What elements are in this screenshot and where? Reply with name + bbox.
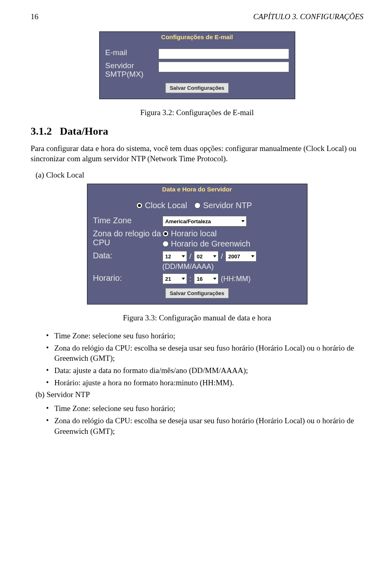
radio-horario-greenwich[interactable]: Horario de Greenwich [163,239,251,249]
email-label: E-mail [105,49,158,57]
bullet-time: Horário: ajuste a hora no formato hora:m… [54,378,363,388]
section-heading: 3.1.2 Data/Hora [31,125,363,138]
bullet-cpu-zone: Zona do relógio da CPU: escolha se desej… [54,415,363,436]
panel-title: Data e Hora do Servidor [87,184,307,194]
radio-dot-icon [163,241,169,247]
radio-dot-icon [163,231,169,237]
radio-horario-local[interactable]: Horario local [163,229,251,238]
panel-title: Configurações de E-mail [100,32,295,42]
radio-dot-icon [136,202,143,209]
save-button[interactable]: Salvar Configurações [165,288,229,298]
time-hour-select[interactable]: 21 [163,273,187,284]
timezone-select[interactable]: America/Fortaleza [163,216,247,227]
figure-caption-32: Figura 3.2: Configurações de E-mail [31,108,363,117]
bullet-date: Data: ajuste a data no formato dia/mês/a… [54,365,363,376]
section-paragraph: Para configurar data e hora do sistema, … [31,143,363,164]
time-format-hint: (HH:MM) [221,275,251,283]
figure-caption-33: Figura 3.3: Configuração manual de data … [31,313,363,322]
time-minute-select[interactable]: 16 [194,273,218,284]
bullet-cpu-zone: Zona do relógio da CPU: escolha se desej… [54,343,363,364]
date-label: Data: [93,251,163,260]
datetime-panel: Data e Hora do Servidor Clock Local Serv… [87,184,307,304]
radio-servidor-ntp[interactable]: Servidor NTP [194,201,252,210]
list-item-a: (a) Clock Local [36,171,363,180]
date-month-select[interactable]: 02 [194,251,218,262]
radio-clock-local[interactable]: Clock Local [136,201,187,210]
timezone-label: Time Zone [93,216,163,225]
list-item-b: (b) Servidor NTP [36,390,363,399]
page-number: 16 [31,12,38,21]
radio-dot-icon [194,202,200,209]
smtp-input[interactable] [158,62,289,72]
save-button[interactable]: Salvar Configurações [165,83,229,93]
page-header: 16 CAPÍTULO 3. CONFIGURAÇÕES [31,12,363,21]
smtp-label: Servidor SMTP(MX) [105,62,158,79]
time-label: Horario: [93,273,163,282]
chapter-running-head: CAPÍTULO 3. CONFIGURAÇÕES [253,12,363,21]
date-year-select[interactable]: 2007 [225,251,256,262]
bullet-timezone: Time Zone: selecione seu fuso horário; [54,403,363,414]
date-day-select[interactable]: 12 [163,251,187,262]
bullets-a: Time Zone: selecione seu fuso horário; Z… [31,331,363,388]
email-config-panel: Configurações de E-mail E-mail Servidor … [99,31,295,99]
bullets-b: Time Zone: selecione seu fuso horário; Z… [31,403,363,436]
date-format-hint: (DD/MM/AAAA) [163,262,257,271]
cpu-zone-label: Zona do relogio da CPU [93,229,163,247]
email-input[interactable] [158,49,289,59]
bullet-timezone: Time Zone: selecione seu fuso horário; [54,331,363,341]
